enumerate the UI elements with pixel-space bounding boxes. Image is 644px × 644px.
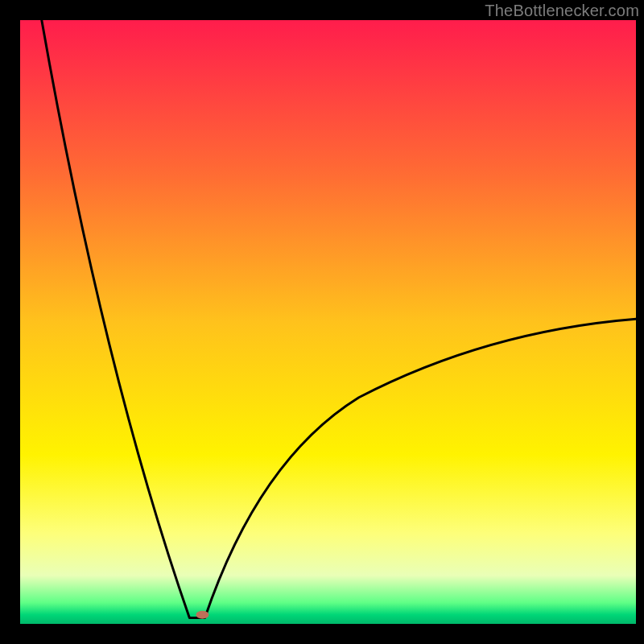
bottleneck-chart-canvas — [0, 0, 644, 644]
attribution-label: TheBottlenecker.com — [485, 2, 639, 20]
chart-container: TheBottlenecker.com — [0, 0, 644, 644]
